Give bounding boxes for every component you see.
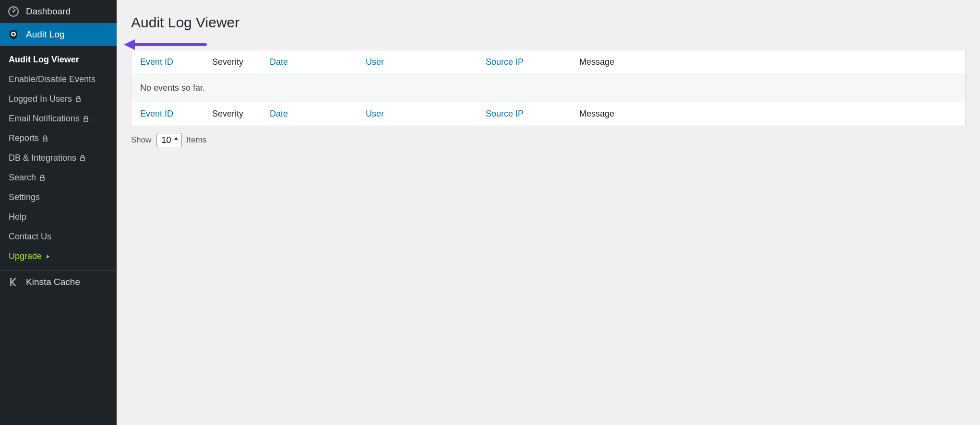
submenu-item-contact[interactable]: Contact Us	[0, 227, 117, 247]
table-header-row: Event ID Severity Date User Source IP Me…	[131, 50, 965, 74]
column-header-date[interactable]: Date	[261, 57, 357, 67]
svg-point-2	[10, 10, 11, 11]
submenu-item-label: Reports	[9, 133, 39, 143]
triangle-right-icon	[46, 254, 50, 259]
submenu-item-label: Enable/Disable Events	[9, 74, 96, 84]
svg-point-5	[12, 33, 15, 35]
submenu-item-label: DB & Integrations	[9, 153, 76, 163]
column-footer-date[interactable]: Date	[261, 109, 357, 119]
column-footer-event-id[interactable]: Event ID	[131, 109, 203, 119]
kinsta-icon	[8, 276, 19, 288]
submenu-item-events[interactable]: Enable/Disable Events	[0, 70, 117, 89]
submenu-item-label: Email Notifications	[9, 114, 80, 124]
main-content: Audit Log Viewer Event ID Severity Date …	[117, 0, 980, 425]
submenu-item-label: Upgrade	[9, 251, 42, 261]
sidebar-item-kinsta-cache[interactable]: Kinsta Cache	[0, 271, 117, 294]
submenu-item-reports[interactable]: Reports	[0, 129, 117, 148]
column-footer-severity: Severity	[203, 109, 261, 119]
table-empty-message: No events so far.	[131, 74, 965, 102]
column-header-severity: Severity	[203, 57, 261, 67]
table-footer-row: Event ID Severity Date User Source IP Me…	[131, 102, 965, 126]
submenu-item-users[interactable]: Logged In Users	[0, 89, 117, 109]
column-footer-user[interactable]: User	[357, 109, 477, 119]
sidebar-item-label: Dashboard	[26, 6, 71, 17]
submenu-item-label: Search	[9, 173, 36, 183]
submenu-item-help[interactable]: Help	[0, 207, 117, 227]
shield-eye-icon	[8, 29, 19, 40]
submenu-item-label: Logged In Users	[9, 94, 72, 104]
page-title: Audit Log Viewer	[131, 14, 966, 31]
submenu-item-label: Settings	[9, 192, 40, 202]
lock-icon	[42, 135, 48, 142]
column-footer-message: Message	[571, 109, 965, 119]
audit-log-table: Event ID Severity Date User Source IP Me…	[131, 50, 966, 126]
lock-icon	[83, 116, 89, 122]
dashboard-icon	[8, 6, 19, 17]
sidebar-item-audit-log[interactable]: Audit Log	[0, 23, 117, 46]
column-header-source-ip[interactable]: Source IP	[477, 57, 571, 67]
audit-log-submenu: Audit Log Viewer Enable/Disable Events L…	[0, 46, 117, 270]
annotation-arrow-icon	[121, 37, 208, 54]
submenu-item-db[interactable]: DB & Integrations	[0, 148, 117, 168]
items-label: Items	[187, 135, 207, 145]
lock-icon	[79, 155, 86, 162]
submenu-item-upgrade[interactable]: Upgrade	[0, 247, 117, 266]
items-per-page-select[interactable]: 10	[156, 133, 182, 147]
submenu-item-settings[interactable]: Settings	[0, 188, 117, 207]
show-label: Show	[131, 135, 152, 145]
column-header-message: Message	[571, 57, 965, 67]
sidebar-item-label: Audit Log	[26, 29, 64, 40]
submenu-item-search[interactable]: Search	[0, 168, 117, 188]
submenu-item-viewer[interactable]: Audit Log Viewer	[0, 50, 117, 70]
submenu-item-label: Audit Log Viewer	[9, 55, 79, 65]
sidebar-item-dashboard[interactable]: Dashboard	[0, 0, 117, 23]
submenu-item-email[interactable]: Email Notifications	[0, 109, 117, 129]
svg-point-1	[12, 11, 14, 12]
sidebar-item-label: Kinsta Cache	[26, 277, 80, 287]
admin-sidebar: Dashboard Audit Log Audit Log Viewer Ena…	[0, 0, 117, 425]
submenu-item-label: Help	[9, 212, 26, 222]
column-footer-source-ip[interactable]: Source IP	[477, 109, 571, 119]
svg-point-3	[13, 8, 14, 9]
table-pagination-controls: Show 10 Items	[131, 133, 966, 147]
lock-icon	[75, 96, 82, 103]
submenu-item-label: Contact Us	[9, 232, 51, 242]
lock-icon	[39, 175, 46, 181]
column-header-user[interactable]: User	[357, 57, 477, 67]
column-header-event-id[interactable]: Event ID	[131, 57, 203, 67]
